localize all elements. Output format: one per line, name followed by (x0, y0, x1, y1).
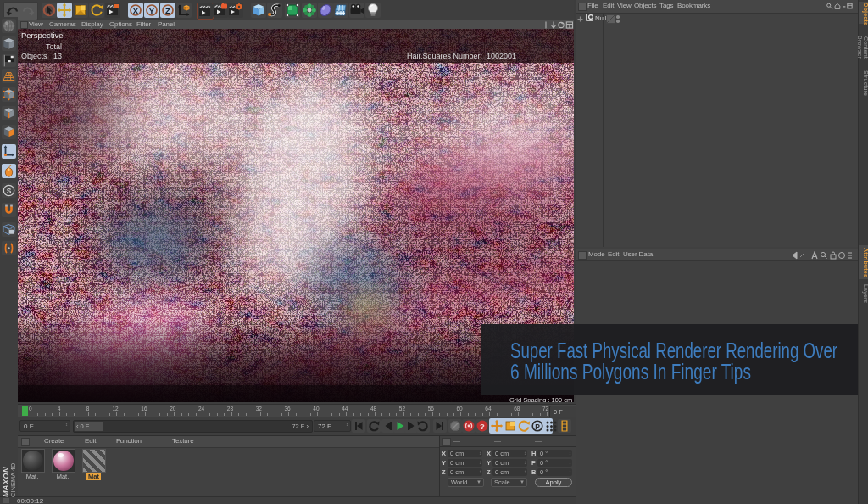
svg-text:X: X (133, 6, 139, 15)
svg-text:S: S (7, 187, 12, 195)
svg-text:P: P (535, 423, 540, 431)
svg-text:Z: Z (165, 6, 170, 15)
svg-text:Y: Y (149, 6, 155, 15)
svg-text:?: ? (480, 422, 485, 431)
